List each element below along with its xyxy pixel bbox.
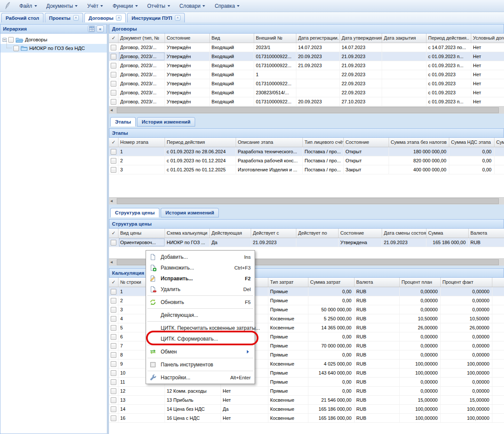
collapse-expander-icon[interactable] <box>3 38 6 42</box>
table-row[interactable]: Договор, 2023/...УтверждёнВходящий122.09… <box>109 70 504 79</box>
row-checkbox[interactable] <box>111 379 116 385</box>
row-checkbox[interactable] <box>111 325 116 331</box>
table-row[interactable]: 1212 Комм. расходыНетПрямые0,00RUB0,0000… <box>109 387 504 396</box>
contracts-horizontal-scrollbar[interactable]: ◀ <box>109 106 504 114</box>
column-header[interactable]: ✓ <box>109 138 118 147</box>
close-icon[interactable]: × <box>116 15 121 21</box>
column-header[interactable]: Сумма <box>495 138 504 147</box>
menu-reports[interactable]: Отчёты <box>143 1 175 11</box>
menu-item-active-price[interactable]: Действующая... <box>146 310 255 320</box>
tab-projects[interactable]: Проекты× <box>45 13 83 22</box>
column-header[interactable]: Описание этапа <box>236 138 303 147</box>
menu-accounting[interactable]: Учёт <box>82 1 108 11</box>
row-checkbox[interactable] <box>111 149 116 155</box>
table-row[interactable]: 2с 01.09.2023 по 01.12.2024Разработка ра… <box>109 156 504 165</box>
column-header[interactable]: Действующая <box>210 229 251 238</box>
table-row[interactable]: Договор, 2023/...УтверждёнВходящий017310… <box>109 61 504 70</box>
row-checkbox[interactable] <box>111 99 116 105</box>
table-row[interactable]: Ориентировоч...НИОКР по ГОЗ ...Да21.09.2… <box>109 238 504 247</box>
scrollbar-thumb[interactable] <box>117 198 499 204</box>
table-row[interactable]: 1313 ПрибыльНетКосвенные21 546 000,00RUB… <box>109 396 504 405</box>
column-header[interactable]: Внешний № <box>254 34 296 43</box>
tab-stages[interactable]: Этапы <box>110 117 136 127</box>
close-icon[interactable]: × <box>175 15 180 21</box>
column-header[interactable]: Документ (тип, № <box>118 34 165 43</box>
grid-settings-button[interactable] <box>88 25 95 32</box>
row-checkbox[interactable] <box>111 334 116 340</box>
column-header[interactable]: Сумма этапа без налогов <box>389 138 449 147</box>
column-header[interactable]: Состояние <box>339 229 382 238</box>
column-header[interactable]: Вид цены <box>118 229 165 238</box>
menu-documents[interactable]: Документы <box>42 1 83 11</box>
row-checkbox[interactable] <box>111 167 116 173</box>
row-checkbox[interactable] <box>111 397 116 403</box>
column-header[interactable]: ✓ <box>109 34 118 43</box>
menu-item-toolbar-toggle[interactable]: Панель инструментов <box>146 359 255 370</box>
tab-stages-history[interactable]: История изменений <box>137 117 195 127</box>
column-header[interactable]: Тип затрат <box>268 278 308 287</box>
column-header[interactable]: Дата смены состоя <box>382 229 426 238</box>
table-row[interactable]: Договор, 2023/...УтверждёнВходящий017310… <box>109 79 504 88</box>
column-header[interactable]: ✓ <box>109 229 118 238</box>
tab-instructions[interactable]: Инструкции ПУП× <box>127 13 184 22</box>
column-header[interactable]: Сумма НДС этапа <box>449 138 495 147</box>
row-checkbox[interactable] <box>111 90 116 96</box>
row-checkbox[interactable] <box>111 158 116 164</box>
column-header[interactable]: Вид <box>210 34 254 43</box>
scroll-left-icon[interactable]: ◀ <box>110 108 112 112</box>
tree-node-checkbox[interactable] <box>13 46 19 51</box>
table-row[interactable]: Договор, 2023/...УтверждёнВходящий017310… <box>109 52 504 61</box>
menu-item-refresh[interactable]: ОбновитьF5 <box>146 297 255 307</box>
column-header[interactable]: Тип лицевого счёт <box>303 138 344 147</box>
column-header[interactable]: Условный договор <box>471 34 504 43</box>
row-checkbox[interactable] <box>111 370 116 376</box>
row-checkbox[interactable] <box>111 352 116 358</box>
menu-item-settings[interactable]: Настройки...Alt+Enter <box>146 372 255 383</box>
column-header[interactable]: Дата закрытия <box>382 34 426 43</box>
menu-item-delete[interactable]: УдалитьDel <box>146 284 255 294</box>
scroll-left-icon[interactable]: ◀ <box>110 199 112 203</box>
table-row[interactable]: Договор, 2023/...УтверждёнВходящий230823… <box>109 88 504 97</box>
column-header[interactable]: Дата утверждения <box>340 34 382 43</box>
menu-item-exchange[interactable]: Обмен <box>146 346 255 357</box>
column-header[interactable]: Период действия <box>165 138 236 147</box>
tree-node-contracts[interactable]: Договоры <box>0 35 107 44</box>
column-header[interactable]: Действует по <box>296 229 339 238</box>
table-row[interactable]: 1616 Цена с НДСНетКосвенные165 186 000,0… <box>109 414 504 423</box>
scroll-left-icon[interactable]: ◀ <box>110 260 112 264</box>
column-header[interactable]: Действует с <box>251 229 296 238</box>
menu-item-edit[interactable]: Исправить...F2 <box>146 273 255 284</box>
menu-item-add[interactable]: Добавить...Ins <box>146 251 255 262</box>
row-checkbox[interactable] <box>111 388 116 394</box>
column-header[interactable]: Процент факт <box>441 278 492 287</box>
tab-price-history[interactable]: История изменений <box>161 208 219 217</box>
column-header[interactable] <box>492 278 504 287</box>
tab-contracts[interactable]: Договоры× <box>84 13 126 22</box>
row-checkbox[interactable] <box>111 361 116 367</box>
tab-price-structure[interactable]: Структура цены <box>110 208 159 217</box>
table-row[interactable]: Договор, 2023/...УтверждёнВходящий2023/1… <box>109 43 504 52</box>
column-header[interactable]: Состояние <box>344 138 389 147</box>
tree-node-niokr[interactable]: НИОКР по ГОЗ без НДС <box>0 44 107 53</box>
column-header[interactable]: ✓ <box>109 278 118 287</box>
menu-help[interactable]: Справка <box>210 1 244 11</box>
table-row[interactable]: 1с 01.09.2023 по 28.06.2024Разработка те… <box>109 147 504 156</box>
row-checkbox[interactable] <box>111 343 116 349</box>
scrollbar-thumb[interactable] <box>117 107 499 113</box>
menu-file[interactable]: Файл <box>15 1 42 11</box>
row-checkbox[interactable] <box>111 289 116 294</box>
row-checkbox[interactable] <box>111 316 116 322</box>
menu-item-duplicate[interactable]: Размножить...Ctrl+F3 <box>146 262 255 273</box>
column-header[interactable]: Период действия.. <box>426 34 471 43</box>
menu-dictionaries[interactable]: Словари <box>175 1 210 11</box>
stages-horizontal-scrollbar[interactable]: ◀ <box>109 197 504 205</box>
column-header[interactable]: Процент план <box>400 278 441 287</box>
column-header[interactable]: Дата регистрации. <box>296 34 340 43</box>
column-header[interactable]: Номер этапа <box>118 138 165 147</box>
row-checkbox[interactable] <box>111 307 116 313</box>
row-checkbox[interactable] <box>111 72 116 78</box>
row-checkbox[interactable] <box>111 298 116 304</box>
row-checkbox[interactable] <box>111 81 116 87</box>
close-icon[interactable]: × <box>73 15 79 21</box>
row-checkbox[interactable] <box>111 45 116 50</box>
